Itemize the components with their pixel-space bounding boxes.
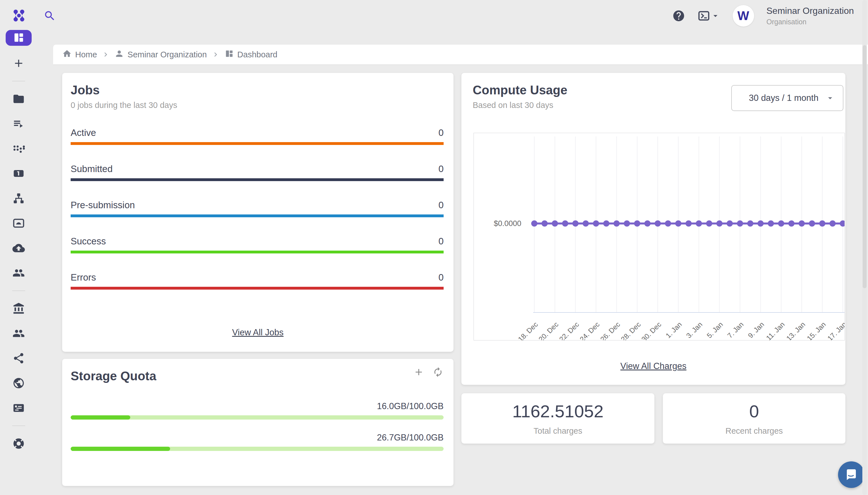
sidebar-item-team[interactable]	[6, 263, 32, 283]
jobs-rows: Active0Submitted0Pre-submission0Success0…	[71, 127, 444, 290]
search-button[interactable]	[44, 10, 56, 22]
sidebar-item-public[interactable]	[6, 374, 32, 393]
compute-usage-card: Compute Usage Based on last 30 days 30 d…	[461, 73, 846, 385]
date-range-select[interactable]: 30 days / 1 month	[731, 85, 844, 111]
job-status-label: Success	[71, 236, 106, 247]
job-status-bar	[71, 178, 444, 181]
data-point	[809, 220, 815, 227]
hierarchy-icon	[13, 192, 25, 205]
x-tick-label: 30. Dec	[640, 320, 663, 340]
compute-usage-chart: 18. Dec20. Dec22. Dec24. Dec26. Dec28. D…	[474, 133, 845, 340]
sidebar-item-dashboard[interactable]	[6, 30, 32, 46]
sidebar-item-add[interactable]	[6, 54, 32, 73]
refresh-quota-button[interactable]	[432, 367, 443, 377]
chevron-down-icon	[826, 93, 835, 103]
app-logo-icon	[12, 8, 26, 22]
add-quota-button[interactable]	[413, 367, 424, 377]
dashboard-icon	[224, 49, 234, 61]
x-tick-label: 11. Jan	[765, 320, 786, 340]
quota-progress-fill	[71, 447, 170, 451]
job-status-value: 0	[439, 164, 444, 174]
recent-charges-value: 0	[749, 401, 759, 421]
sidebar-item-members[interactable]	[6, 324, 32, 344]
page-root: W Seminar Organization Organisation Home…	[0, 0, 868, 495]
refresh-icon	[432, 374, 443, 378]
cluster-dots-icon	[13, 142, 25, 156]
view-all-charges-link[interactable]: View All Charges	[620, 361, 686, 371]
data-point	[531, 220, 538, 227]
chevron-down-icon	[711, 11, 720, 21]
organization-icon	[13, 302, 25, 315]
sidebar-item-support[interactable]	[6, 434, 32, 454]
data-point	[840, 220, 845, 227]
job-status-row-submitted: Submitted0	[71, 164, 444, 181]
data-point	[685, 220, 692, 227]
breadcrumb: HomeSeminar OrganizationDashboard	[53, 45, 868, 65]
team-icon	[13, 267, 25, 280]
x-tick-label: 22. Dec	[558, 320, 580, 340]
sidebar-item-organization[interactable]	[6, 299, 32, 319]
view-all-jobs-link[interactable]: View All Jobs	[232, 327, 284, 337]
cloud-upload-icon	[13, 242, 25, 255]
sidebar-item-number-one-badge[interactable]	[6, 164, 32, 184]
data-point	[573, 220, 579, 227]
data-point	[583, 220, 589, 227]
quota-usage-text: 26.7GB/100.0GB	[71, 432, 444, 443]
data-point	[552, 220, 558, 227]
job-status-value: 0	[439, 272, 444, 283]
data-point	[778, 220, 784, 227]
recent-charges-label: Recent charges	[725, 426, 783, 436]
data-point	[706, 220, 712, 227]
sidebar-item-share[interactable]	[6, 349, 32, 369]
view-all-jobs-wrap: View All Jobs	[62, 327, 454, 338]
data-point	[819, 220, 826, 227]
sidebar-item-cluster-dots[interactable]	[6, 139, 32, 159]
x-tick-label: 3. Jan	[685, 320, 704, 340]
breadcrumb-item-seminar-organization[interactable]: Seminar Organization	[115, 49, 207, 61]
total-charges-card: 1162.51052 Total charges	[461, 393, 654, 444]
quota-progress-fill	[71, 415, 130, 420]
data-point	[696, 220, 702, 227]
x-tick-label: 17. Jan	[826, 320, 845, 340]
chat-launcher-button[interactable]	[838, 461, 865, 488]
public-icon	[13, 377, 25, 390]
breadcrumb-item-dashboard[interactable]: Dashboard	[224, 49, 277, 61]
sidebar-item-queue[interactable]	[6, 114, 32, 134]
topbar-right-cluster: W Seminar Organization Organisation	[672, 0, 854, 32]
sidebar-item-folders[interactable]	[6, 89, 32, 109]
data-point	[830, 220, 836, 227]
quota-row: 26.7GB/100.0GB	[71, 432, 444, 451]
help-button[interactable]	[672, 9, 685, 22]
chevron-right-icon	[211, 50, 220, 59]
billing-card-icon	[13, 402, 25, 415]
data-point	[675, 220, 682, 227]
breadcrumb-item-home[interactable]: Home	[62, 49, 97, 61]
quota-progress-track	[71, 447, 444, 451]
job-status-value: 0	[439, 127, 444, 138]
chevron-right-icon	[101, 50, 110, 59]
sidebar-divider	[12, 81, 25, 81]
sidebar-divider	[12, 290, 25, 291]
job-status-bar	[71, 215, 444, 217]
sidebar-item-billing-card[interactable]	[6, 398, 32, 418]
avatar[interactable]: W	[733, 5, 754, 27]
scrollbar-thumb[interactable]	[863, 45, 867, 288]
data-point	[562, 220, 568, 227]
data-point	[768, 220, 774, 227]
terminal-icon	[698, 10, 710, 22]
sidebar-item-hierarchy[interactable]	[6, 189, 32, 208]
data-point	[799, 220, 805, 227]
job-status-value: 0	[439, 200, 444, 210]
job-status-row-active: Active0	[71, 127, 444, 145]
terminal-menu-button[interactable]	[698, 10, 720, 22]
x-tick-label: 9. Jan	[746, 320, 765, 340]
account-info: Seminar Organization Organisation	[767, 6, 854, 26]
chat-bubble-icon	[845, 467, 858, 482]
add-icon	[13, 57, 25, 70]
x-tick-label: 18. Dec	[516, 320, 539, 340]
images-icon	[13, 217, 25, 230]
data-point	[624, 220, 630, 227]
sidebar-item-cloud-upload[interactable]	[6, 238, 32, 258]
sidebar-item-images[interactable]	[6, 214, 32, 233]
job-status-row-success: Success0	[71, 236, 444, 253]
